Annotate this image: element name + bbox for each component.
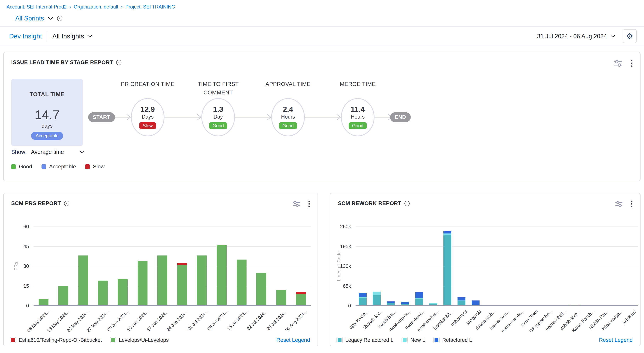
info-icon[interactable]: i [64, 201, 69, 206]
bar-segment[interactable] [415, 299, 423, 306]
bar-segment[interactable] [217, 245, 227, 306]
bar-segment[interactable] [387, 302, 395, 303]
gridline [356, 246, 638, 246]
stage-node[interactable]: 2.4HoursGood [271, 98, 305, 136]
legend-label: New L [410, 337, 425, 343]
bar-segment[interactable] [78, 256, 88, 306]
y-axis-tick: 0 [26, 303, 29, 309]
bar-segment[interactable] [359, 293, 366, 297]
bar-segment[interactable] [429, 303, 437, 304]
bar-segment[interactable] [444, 235, 451, 306]
bar-segment[interactable] [296, 294, 306, 306]
rework-bar-chart: 065k130k195k260kajay-levelo...sharath-le… [356, 226, 638, 306]
bar-segment[interactable] [296, 292, 306, 294]
breadcrumb-link[interactable]: Organization: default [74, 4, 118, 10]
breadcrumb-separator: › [121, 4, 123, 10]
insight-selector[interactable]: All Insights [52, 32, 92, 40]
panel-title: SCM REWORK REPORT [338, 200, 401, 206]
bar-segment[interactable] [138, 261, 148, 306]
bar-segment[interactable] [415, 292, 423, 298]
flow-end-pill: END [390, 112, 411, 122]
bar-segment[interactable] [444, 231, 451, 234]
bar-segment[interactable] [118, 279, 128, 306]
stage-unit: Days [142, 114, 154, 120]
stage-unit: Hours [351, 114, 365, 120]
info-icon[interactable]: i [404, 201, 410, 206]
kebab-menu-icon [308, 200, 310, 208]
bar-segment[interactable] [373, 292, 381, 295]
x-axis-line [356, 305, 638, 306]
bar-segment[interactable] [237, 260, 246, 306]
vertical-separator [47, 32, 47, 40]
bar-segment[interactable] [387, 302, 395, 302]
lead-time-flow-diagram: STARTPR CREATION TIME12.9DaysSlowTIME TO… [4, 52, 640, 181]
stage-title: TIME TO FIRST COMMENT [189, 80, 247, 97]
bar-segment[interactable] [98, 280, 108, 306]
show-value: Average time [31, 149, 64, 155]
chevron-down-icon [610, 35, 615, 38]
bar-segment[interactable] [157, 256, 167, 306]
y-axis-tick: 45 [23, 243, 29, 249]
stage-node[interactable]: 11.4HoursGood [341, 98, 374, 136]
panel-menu-button[interactable] [308, 200, 310, 208]
chart-filters-button[interactable] [292, 200, 300, 208]
legend-item[interactable]: Legacy Refactored L [336, 337, 394, 343]
reset-legend-link[interactable]: Reset Legend [276, 337, 310, 343]
stage-value: 2.4 [283, 105, 293, 114]
legend-item: Slow [85, 164, 105, 170]
y-axis-tick: 15 [23, 283, 29, 289]
bar-segment[interactable] [256, 273, 266, 306]
bar-segment[interactable] [58, 286, 68, 306]
settings-gear-button[interactable]: ⚙ [623, 29, 637, 43]
stage-status-badge: Good [349, 122, 367, 129]
bar-segment[interactable] [38, 299, 48, 306]
breadcrumb-link[interactable]: Project: SEI TRAINING [125, 4, 175, 10]
bar-segment[interactable] [472, 300, 480, 305]
bar-segment[interactable] [177, 265, 187, 306]
legend-item[interactable]: Esha610/Testing-Repo-Of-Bitbucket [10, 337, 102, 343]
bar-segment[interactable] [373, 292, 381, 292]
breadcrumb-link[interactable]: Account: SEI-Internal-Prod2 [6, 4, 66, 10]
nav-dev-insight[interactable]: Dev Insight [9, 32, 42, 40]
y-axis-tick: 30 [23, 263, 29, 269]
breadcrumb-separator: › [69, 4, 71, 10]
bar-segment[interactable] [373, 295, 381, 306]
y-axis-tick: 65k [343, 283, 351, 289]
legend-item[interactable]: Refactored L [434, 337, 472, 343]
date-range-picker[interactable]: 31 Jul 2024 - 06 Aug 2024 [537, 33, 615, 40]
y-axis-tick: 130k [340, 263, 351, 269]
bar-segment[interactable] [177, 263, 187, 265]
bar-segment[interactable] [444, 234, 451, 235]
bar-segment[interactable] [401, 304, 409, 304]
stage-title: MERGE TIME [329, 80, 387, 88]
bar-segment[interactable] [401, 302, 409, 304]
gridline [34, 226, 311, 227]
sprint-selector[interactable]: All Sprints i [15, 15, 62, 22]
bar-segment[interactable] [197, 256, 207, 306]
bar-segment[interactable] [458, 298, 466, 300]
chart-filters-button[interactable] [615, 200, 623, 208]
bar-segment[interactable] [276, 290, 286, 306]
bar-segment[interactable] [429, 303, 437, 303]
reset-legend-link[interactable]: Reset Legend [599, 337, 632, 343]
panel-menu-button[interactable] [631, 200, 632, 208]
bar-segment[interactable] [415, 298, 423, 299]
sliders-icon [292, 200, 300, 208]
gridline [356, 286, 638, 286]
stage-value: 12.9 [140, 105, 155, 114]
bar-segment[interactable] [458, 300, 466, 301]
show-metric-dropdown[interactable]: Show: Average time [11, 148, 84, 156]
chevron-down-icon [87, 35, 92, 38]
stage-status-badge: Good [209, 122, 228, 129]
legend-item[interactable]: New L [402, 337, 425, 343]
bar-segment[interactable] [359, 298, 366, 306]
stage-title: APPROVAL TIME [259, 80, 317, 88]
stage-node[interactable]: 12.9DaysSlow [131, 98, 164, 136]
info-icon[interactable]: i [57, 16, 62, 21]
stage-status-badge: Slow [139, 122, 156, 129]
legend-item[interactable]: Levelops/Ui-Levelops [110, 337, 169, 343]
bar-segment[interactable] [359, 297, 366, 298]
breadcrumb: Account: SEI-Internal-Prod2›Organization… [6, 4, 175, 10]
stage-node[interactable]: 1.3DayGood [201, 98, 235, 136]
legend-label: Acceptable [49, 164, 76, 170]
